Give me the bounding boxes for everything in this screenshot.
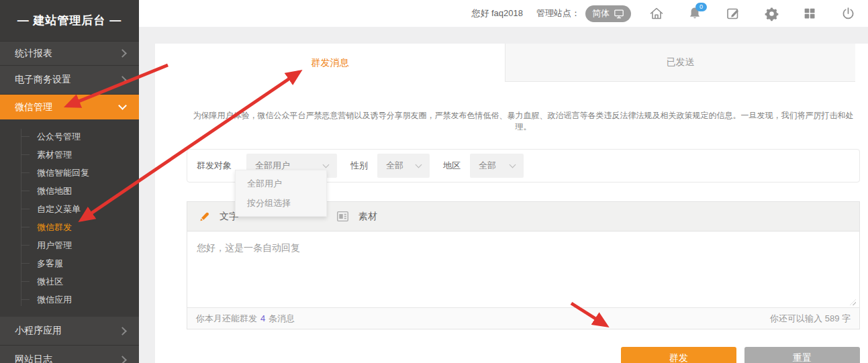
sidebar-item-label: 电子商务设置	[15, 74, 71, 86]
edit-button[interactable]	[725, 5, 741, 21]
settings-button[interactable]	[763, 5, 779, 21]
message-textarea[interactable]: 您好，这是一条自动回复	[187, 231, 859, 307]
action-buttons-row: 群发 重置	[187, 347, 860, 363]
region-label: 地区	[443, 160, 461, 172]
language-button[interactable]: 简体	[585, 5, 631, 22]
dropdown-option-all-users[interactable]: 全部用户	[236, 174, 326, 193]
dropdown-option-by-group[interactable]: 按分组选择	[236, 193, 326, 213]
quota-count: 4	[260, 313, 265, 323]
tab-sent[interactable]: 已发送	[505, 44, 855, 82]
main-panel: 群发消息 已发送 为保障用户体验，微信公众平台严禁恶意营销以及诱导分享朋友圈，严…	[155, 44, 868, 363]
submenu-item-mass-send[interactable]: 微信群发	[0, 218, 139, 236]
quota-suffix: 条消息	[269, 313, 295, 323]
site-label: 管理站点：	[536, 7, 580, 19]
submenu-item-micro-community[interactable]: 微社区	[0, 272, 139, 291]
chevron-right-icon	[118, 49, 127, 58]
tab-mass-message[interactable]: 群发消息	[155, 44, 505, 82]
user-greeting: 您好 faq2018	[471, 7, 523, 19]
wechat-submenu: 公众号管理 素材管理 微信智能回复 微信地图 自定义菜单 微信群发 用户管理 多…	[0, 119, 139, 317]
target-label: 群发对象	[197, 160, 232, 172]
header-icons: 0	[648, 5, 856, 21]
power-icon	[840, 6, 856, 21]
region-select-value: 全部	[479, 160, 496, 172]
chevron-down-icon	[118, 101, 127, 110]
sidebar-item-wechat[interactable]: 微信管理	[0, 95, 139, 119]
sidebar-item-label: 统计报表	[15, 48, 52, 60]
material-tool-label: 素材	[358, 211, 377, 223]
home-button[interactable]	[648, 5, 665, 21]
submenu-item-material[interactable]: 素材管理	[0, 146, 139, 164]
submenu-item-smart-reply[interactable]: 微信智能回复	[0, 164, 139, 182]
top-header: 您好 faq2018 管理站点： 简体 0	[139, 0, 868, 27]
gear-icon	[764, 6, 779, 21]
apps-button[interactable]	[802, 5, 818, 21]
submenu-item-multi-service[interactable]: 多客服	[0, 254, 139, 272]
notifications-button[interactable]: 0	[687, 5, 703, 21]
sidebar-item-statistics[interactable]: 统计报表	[0, 42, 139, 66]
home-icon	[648, 5, 665, 21]
app-title: — 建站管理后台 —	[0, 0, 139, 42]
gender-select[interactable]: 全部	[377, 154, 430, 178]
mass-message-content: 为保障用户体验，微信公众平台严禁恶意营销以及诱导分享朋友圈，严禁发布色情低俗、暴…	[187, 82, 860, 363]
gender-label: 性别	[350, 160, 368, 172]
text-tool-button[interactable]: 文字	[198, 210, 238, 223]
policy-notice: 为保障用户体验，微信公众平台严禁恶意营销以及诱导分享朋友圈，严禁发布色情低俗、暴…	[187, 82, 860, 133]
sidebar-item-label: 微信管理	[15, 101, 52, 113]
pencil-icon	[198, 210, 211, 223]
chars-remaining-text: 你还可以输入 589 字	[770, 313, 851, 325]
region-select[interactable]: 全部	[470, 154, 524, 178]
gender-select-value: 全部	[386, 160, 403, 172]
chevron-right-icon	[118, 327, 127, 335]
message-text: 您好，这是一条自动回复	[197, 242, 300, 253]
material-tool-button[interactable]: 素材	[336, 210, 377, 223]
logout-button[interactable]	[840, 5, 856, 21]
sidebar-item-miniprogram[interactable]: 小程序应用	[0, 317, 139, 346]
target-select-dropdown: 全部用户 按分组选择	[235, 170, 327, 217]
send-button[interactable]: 群发	[621, 347, 736, 363]
submenu-item-wechat-app[interactable]: 微信应用	[0, 291, 139, 309]
sidebar-item-label: 网站日志	[15, 354, 52, 363]
submenu-item-wechat-map[interactable]: 微信地图	[0, 182, 139, 200]
material-icon	[336, 210, 350, 223]
editor-status-bar: 你本月还能群发4条消息 你还可以输入 589 字	[187, 307, 859, 329]
monitor-icon	[614, 9, 624, 19]
notification-badge: 0	[695, 3, 707, 11]
chevron-down-icon	[323, 161, 330, 168]
grid-icon	[802, 6, 817, 21]
reset-button[interactable]: 重置	[744, 347, 860, 363]
quota-text: 你本月还能群发4条消息	[196, 313, 295, 325]
message-editor: 文字 素材 您好，这是一条自动回复	[187, 201, 860, 329]
edit-icon	[725, 5, 741, 21]
chevron-down-icon	[510, 161, 516, 168]
chevron-right-icon	[118, 356, 127, 363]
language-label: 简体	[592, 7, 610, 19]
tab-bar: 群发消息 已发送	[155, 44, 855, 82]
resize-grip[interactable]	[850, 299, 856, 305]
sidebar-item-site-log[interactable]: 网站日志	[0, 346, 139, 363]
sidebar-item-ecommerce[interactable]: 电子商务设置	[0, 66, 139, 95]
quota-prefix: 你本月还能群发	[196, 313, 257, 323]
chevron-down-icon	[416, 161, 422, 168]
submenu-item-custom-menu[interactable]: 自定义菜单	[0, 200, 139, 218]
sidebar-item-label: 小程序应用	[15, 325, 62, 337]
chevron-right-icon	[118, 76, 127, 85]
submenu-item-user-management[interactable]: 用户管理	[0, 236, 139, 254]
sidebar: — 建站管理后台 — 统计报表 电子商务设置 微信管理 公众号管理 素材管理 微…	[0, 0, 139, 363]
submenu-item-official-account[interactable]: 公众号管理	[0, 127, 139, 146]
